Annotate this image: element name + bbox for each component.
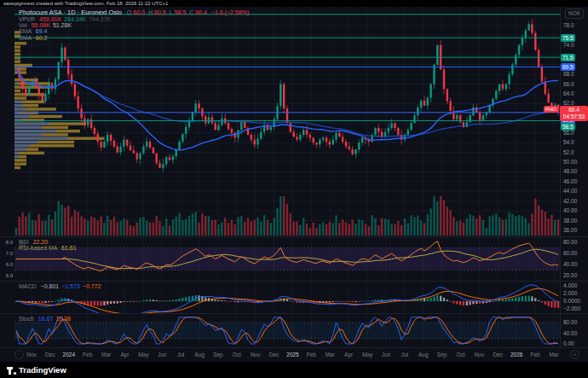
macd-label: MACD	[19, 283, 37, 289]
rsi-ma-legend[interactable]: RSI-based MA 61.61	[19, 245, 77, 251]
axis-info-icon[interactable]: ·	[14, 350, 24, 359]
stoch-tick-label: 40.00	[563, 330, 585, 337]
time-tick-label[interactable]: May	[138, 351, 148, 359]
pane-separator[interactable]	[0, 236, 588, 237]
rsi-tick-label: 80.00	[563, 239, 585, 246]
time-tick-label[interactable]: Sep	[437, 351, 447, 359]
rsi-left-tick-label: 5.0	[2, 272, 13, 279]
time-tick-label[interactable]: Mar	[326, 351, 335, 359]
stoch-tick-label: 0.00	[563, 340, 585, 347]
time-tick-label[interactable]: Aug	[194, 351, 205, 359]
time-tick-label[interactable]: Jun	[382, 351, 390, 359]
pane-separator[interactable]	[0, 313, 588, 314]
indicator-legend-row[interactable]: Vol 55.09K51.28K	[19, 22, 72, 28]
time-tick-label[interactable]: Sep	[213, 351, 223, 359]
rsi-tick-label: 40.00	[563, 261, 585, 268]
time-tick-label[interactable]: Apr	[344, 351, 353, 359]
time-tick-label[interactable]: 2024	[63, 351, 75, 359]
rsi-left-tick-label: 7.0	[2, 250, 13, 257]
time-tick-label[interactable]: Dec	[493, 351, 504, 359]
rsi-ma-label: RSI-based MA	[19, 245, 57, 251]
last-price-label: 60.404:57:53	[560, 106, 588, 121]
macd-values: −0.801−1.573−0.772	[38, 283, 101, 289]
change-value: −1.6 (−2.58%)	[211, 9, 249, 15]
rsi-pane[interactable]	[0, 237, 588, 282]
main-price-pane[interactable]	[0, 7, 588, 237]
rsi-ma-value: 61.61	[61, 245, 77, 251]
time-tick-label[interactable]: Apr	[120, 351, 129, 359]
price-tick-label: 38.00	[563, 218, 585, 224]
time-tick-label[interactable]: 2026	[510, 351, 522, 359]
price-tick-label: 36.00	[563, 227, 585, 234]
price-tick-label: 78.0	[563, 22, 585, 29]
time-tick-label[interactable]: Feb	[83, 351, 92, 359]
ohlc-item: H60.5	[147, 9, 166, 15]
price-tick-label: 68.0	[563, 71, 585, 78]
tradingview-snapshot: savepiginvest created with TradingView.c…	[0, 0, 588, 378]
price-line-label: 71.5	[561, 54, 575, 61]
pane-separator[interactable]	[0, 281, 588, 282]
macd-legend[interactable]: MACD −0.801−1.573−0.772	[19, 283, 101, 289]
time-tick-label[interactable]: Feb	[530, 351, 539, 359]
price-tick-label: 48.00	[563, 168, 585, 175]
price-tick-label: 40.00	[563, 207, 585, 214]
ohlc-values: O60.0H60.5L58.5C60.4	[124, 9, 207, 15]
time-tick-label[interactable]: Jul	[401, 351, 408, 359]
stoch-pane[interactable]	[0, 314, 588, 348]
indicator-legend-row[interactable]: VPVR 459.91K284.34K744.27K	[19, 16, 111, 22]
rsi-tick-label: 20.00	[563, 272, 585, 279]
indicator-legend-row[interactable]: SMA 60.2	[19, 35, 47, 41]
price-tick-label: 44.00	[563, 188, 585, 195]
currency-label[interactable]: NOK	[565, 9, 584, 19]
symbol-legend-row[interactable]: Photocure ASA · 1D · Euronext Oslo O60.0…	[19, 9, 249, 15]
stoch-tick-label: 80.00	[563, 319, 585, 326]
price-tick-label: 52.0	[563, 149, 585, 156]
rsi-left-tick-label: 8.0	[2, 239, 13, 246]
rsi-value: 22.20	[33, 239, 49, 245]
pane-separator[interactable]	[0, 347, 588, 348]
stoch-values: 16.6710.38	[36, 316, 71, 322]
macd-tick-label: 0.0000	[563, 298, 585, 305]
price-line-label: 75.5	[561, 34, 575, 42]
time-tick-label[interactable]: Jun	[158, 351, 166, 359]
macd-tick-label: 4.000	[563, 282, 585, 289]
price-tick-label: 64.0	[563, 90, 585, 97]
time-tick-label[interactable]: Nov	[251, 351, 261, 359]
price-tick-label: 42.00	[563, 198, 585, 205]
footer-bar: TradingView	[0, 362, 588, 378]
scroll-to-end-icon[interactable]: »	[570, 350, 579, 359]
time-tick-label[interactable]: Mar	[101, 351, 111, 359]
time-tick-label[interactable]: Jul	[177, 351, 184, 359]
time-tick-label[interactable]: Aug	[418, 351, 429, 359]
time-tick-label[interactable]: Oct	[233, 351, 241, 359]
stoch-legend[interactable]: Stoch 16.6710.38	[19, 316, 71, 322]
price-tick-label: 46.00	[563, 178, 585, 185]
symbol-price-tag: PHO	[544, 106, 558, 113]
symbol-title[interactable]: Photocure ASA · 1D · Euronext Oslo	[19, 9, 122, 16]
time-tick-label[interactable]: Mar	[549, 351, 558, 359]
time-tick-label[interactable]: Nov	[475, 351, 485, 359]
macd-tick-label: 2.000	[563, 290, 585, 297]
time-tick-label[interactable]: May	[362, 351, 372, 359]
time-tick-label[interactable]: 2025	[286, 351, 298, 359]
chart-area[interactable]: Photocure ASA · 1D · Euronext Oslo O60.0…	[0, 7, 588, 362]
tradingview-brand[interactable]: TradingView	[19, 364, 66, 376]
indicator-legend-row[interactable]: SMA 69.4	[19, 28, 47, 34]
rsi-tick-label: 60.00	[563, 250, 585, 257]
time-tick-label[interactable]: Oct	[456, 351, 464, 359]
time-tick-label[interactable]: Dec	[45, 351, 55, 359]
price-tick-label: 74.0	[563, 42, 585, 49]
price-tick-label: 66.0	[563, 81, 585, 88]
ohlc-item: L58.5	[168, 9, 187, 15]
time-tick-label[interactable]: Feb	[307, 351, 316, 359]
ohlc-item: C60.4	[187, 9, 207, 15]
time-tick-label[interactable]: Dec	[269, 351, 280, 359]
price-tick-label: 50.00	[563, 159, 585, 166]
price-tick-label: 54.0	[563, 139, 585, 146]
ohlc-item: O60.0	[125, 9, 145, 15]
time-tick-label[interactable]: Nov	[26, 351, 37, 359]
macd-tick-label: −2.000	[563, 305, 585, 312]
stoch-label: Stoch	[19, 316, 34, 322]
snapshot-attribution: savepiginvest created with TradingView.c…	[0, 0, 588, 7]
price-line-label: 58.5	[561, 123, 575, 131]
